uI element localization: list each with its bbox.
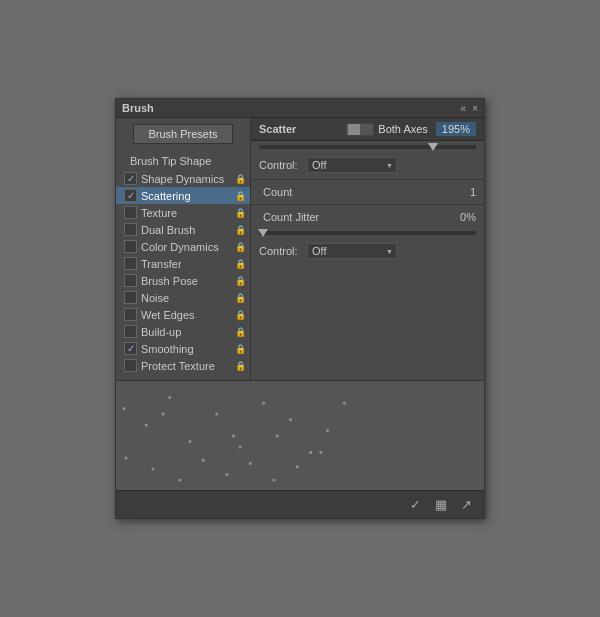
svg-point-14 [178, 479, 181, 482]
sidebar-item-label: Scattering [141, 190, 233, 202]
svg-point-16 [225, 473, 228, 476]
sidebar-item-noise[interactable]: Noise🔒 [116, 289, 250, 306]
lock-icon: 🔒 [235, 361, 246, 371]
scatter-value[interactable]: 195% [436, 122, 476, 136]
svg-point-10 [326, 429, 329, 432]
sidebar-items: Shape Dynamics🔒Scattering🔒Texture🔒Dual B… [116, 170, 250, 374]
sidebar-item-wet-edges[interactable]: Wet Edges🔒 [116, 306, 250, 323]
content-area: Scatter Both Axes 195% Control: [251, 118, 484, 380]
svg-point-20 [319, 451, 322, 454]
checkbox-11[interactable] [124, 359, 137, 372]
sidebar-item-label: Build-up [141, 326, 233, 338]
count-jitter-slider-thumb [258, 229, 268, 237]
count-jitter-row: Count Jitter 0% [251, 207, 484, 227]
sidebar-item-brush-pose[interactable]: Brush Pose🔒 [116, 272, 250, 289]
scatter-label: Scatter [259, 123, 296, 135]
svg-point-9 [309, 451, 312, 454]
sidebar: Brush Presets Brush Tip Shape Shape Dyna… [116, 118, 251, 380]
brush-presets-button[interactable]: Brush Presets [133, 124, 233, 144]
collapse-button[interactable]: « [461, 103, 467, 114]
scatter-slider-thumb [428, 143, 438, 151]
checkbox-3[interactable] [124, 223, 137, 236]
checkbox-10[interactable] [124, 342, 137, 355]
control1-select[interactable]: Off Fade Pen Pressure Pen Tilt [307, 157, 397, 173]
control2-select-wrapper[interactable]: Off Fade Pen Pressure Pen Tilt [307, 243, 397, 259]
sidebar-item-label: Wet Edges [141, 309, 233, 321]
svg-point-13 [151, 468, 154, 471]
control1-select-wrapper[interactable]: Off Fade Pen Pressure Pen Tilt [307, 157, 397, 173]
control1-label: Control: [259, 159, 299, 171]
divider-1 [251, 179, 484, 180]
close-button[interactable]: × [472, 103, 478, 114]
checkbox-4[interactable] [124, 240, 137, 253]
svg-point-21 [232, 435, 235, 438]
scatter-header: Scatter Both Axes 195% [251, 118, 484, 141]
sidebar-item-dual-brush[interactable]: Dual Brush🔒 [116, 221, 250, 238]
svg-point-2 [168, 396, 171, 399]
lock-icon: 🔒 [235, 293, 246, 303]
svg-point-3 [188, 440, 191, 443]
sidebar-item-label: Protect Texture [141, 360, 233, 372]
svg-point-1 [145, 424, 148, 427]
sidebar-item-color-dynamics[interactable]: Color Dynamics🔒 [116, 238, 250, 255]
checkbox-2[interactable] [124, 206, 137, 219]
lock-icon: 🔒 [235, 327, 246, 337]
sidebar-item-transfer[interactable]: Transfer🔒 [116, 255, 250, 272]
checkbox-9[interactable] [124, 325, 137, 338]
panel-title: Brush [122, 102, 154, 114]
brush-panel: Brush « × Brush Presets Brush Tip Shape … [115, 98, 485, 519]
checkbox-7[interactable] [124, 291, 137, 304]
sidebar-item-label: Texture [141, 207, 233, 219]
sidebar-item-label: Smoothing [141, 343, 233, 355]
sidebar-item-label: Dual Brush [141, 224, 233, 236]
count-jitter-value[interactable]: 0% [446, 211, 476, 223]
panel-titlebar: Brush « × [116, 99, 484, 118]
both-axes-label: Both Axes [378, 123, 428, 135]
control2-label: Control: [259, 245, 299, 257]
count-row: Count 1 [251, 182, 484, 202]
both-axes-toggle[interactable]: Both Axes [346, 123, 428, 136]
sidebar-item-shape-dynamics[interactable]: Shape Dynamics🔒 [116, 170, 250, 187]
sidebar-item-smoothing[interactable]: Smoothing🔒 [116, 340, 250, 357]
preview-dots-svg [116, 381, 484, 490]
toolbar-bottom: ✓ ▦ ↗ [116, 490, 484, 518]
svg-point-7 [276, 435, 279, 438]
check-icon[interactable]: ✓ [406, 495, 425, 514]
lock-icon: 🔒 [235, 208, 246, 218]
lock-icon: 🔒 [235, 344, 246, 354]
checkbox-0[interactable] [124, 172, 137, 185]
sidebar-item-texture[interactable]: Texture🔒 [116, 204, 250, 221]
checkbox-8[interactable] [124, 308, 137, 321]
lock-icon: 🔒 [235, 174, 246, 184]
sidebar-item-scattering[interactable]: Scattering🔒 [116, 187, 250, 204]
svg-point-5 [239, 446, 242, 449]
sidebar-item-protect-texture[interactable]: Protect Texture🔒 [116, 357, 250, 374]
svg-point-19 [296, 465, 299, 468]
control-row-1: Control: Off Fade Pen Pressure Pen Tilt [251, 153, 484, 177]
export-icon[interactable]: ↗ [457, 495, 476, 514]
grid-icon[interactable]: ▦ [431, 495, 451, 514]
sidebar-item-label: Noise [141, 292, 233, 304]
lock-icon: 🔒 [235, 225, 246, 235]
scatter-slider[interactable] [259, 145, 476, 149]
checkbox-5[interactable] [124, 257, 137, 270]
scatter-slider-row [251, 141, 484, 153]
titlebar-controls: « × [461, 103, 478, 114]
sidebar-item-label: Color Dynamics [141, 241, 233, 253]
sidebar-item-label: Shape Dynamics [141, 173, 233, 185]
checkbox-6[interactable] [124, 274, 137, 287]
control2-select[interactable]: Off Fade Pen Pressure Pen Tilt [307, 243, 397, 259]
toggle-thumb [348, 124, 360, 135]
count-jitter-slider[interactable] [259, 231, 476, 235]
sidebar-item-build-up[interactable]: Build-up🔒 [116, 323, 250, 340]
lock-icon: 🔒 [235, 310, 246, 320]
toggle-box[interactable] [346, 123, 374, 136]
checkbox-1[interactable] [124, 189, 137, 202]
lock-icon: 🔒 [235, 242, 246, 252]
svg-point-11 [343, 402, 346, 405]
sidebar-section-brush-tip[interactable]: Brush Tip Shape [116, 152, 250, 170]
count-value[interactable]: 1 [446, 186, 476, 198]
svg-point-22 [162, 413, 165, 416]
count-jitter-label: Count Jitter [263, 211, 438, 223]
svg-point-8 [289, 418, 292, 421]
